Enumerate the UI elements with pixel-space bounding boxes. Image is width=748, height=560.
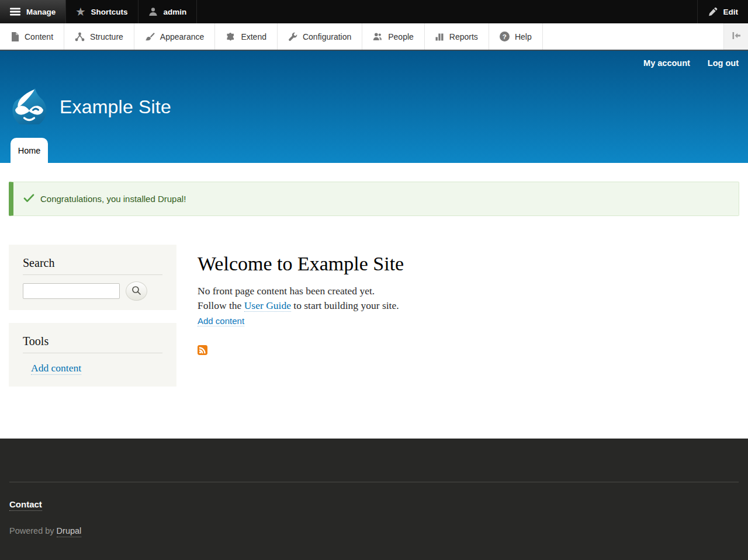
toolbar-item-manage[interactable]: Manage: [0, 0, 66, 23]
collapse-left-icon: [732, 32, 741, 41]
tray-item-configuration[interactable]: Configuration: [278, 23, 362, 50]
line1-text: No front page content has been created y…: [198, 285, 375, 297]
tray-item-label: People: [388, 32, 414, 41]
file-icon: [11, 32, 19, 41]
my-account-link[interactable]: My account: [643, 58, 690, 68]
search-submit-button[interactable]: [126, 281, 147, 301]
footer-divider: [9, 482, 739, 482]
toolbar-item-admin-user[interactable]: admin: [138, 0, 198, 23]
tab-home[interactable]: Home: [11, 138, 48, 163]
search-block: Search: [9, 245, 176, 310]
puzzle-icon: [226, 32, 236, 41]
tray-item-label: Content: [25, 32, 53, 41]
rss-icon: [198, 347, 207, 357]
powered-by: Powered by Drupal: [9, 526, 739, 535]
question-icon: ?: [500, 32, 510, 41]
sidebar-first: Search Tools Add content: [9, 245, 176, 399]
checkmark-icon: [23, 194, 34, 204]
feed-row: [198, 345, 739, 357]
admin-toolbar-tray: Content Structure Appearance Extend Conf…: [0, 23, 748, 51]
line2-after: to start building your site.: [291, 300, 399, 311]
tray-item-label: Configuration: [303, 32, 351, 41]
toolbar-item-shortcuts[interactable]: ★ Shortcuts: [66, 0, 138, 23]
admin-user-label: admin: [164, 8, 187, 16]
wrench-icon: [288, 32, 297, 41]
status-message: Congratulations, you installed Drupal!: [9, 182, 739, 216]
site-footer: Contact Powered by Drupal: [0, 439, 748, 560]
people-icon: [373, 32, 383, 41]
tray-item-label: Appearance: [160, 32, 205, 41]
shortcuts-label: Shortcuts: [91, 8, 128, 16]
magnifier-icon: [131, 285, 142, 298]
user-icon: [148, 7, 158, 16]
hamburger-icon: [10, 8, 20, 16]
status-message-text: Congratulations, you installed Drupal!: [40, 194, 186, 204]
tray-item-content[interactable]: Content: [0, 23, 64, 50]
log-out-link[interactable]: Log out: [708, 58, 739, 68]
user-guide-link[interactable]: User Guide: [244, 300, 291, 312]
page-layout: Search Tools Add content: [0, 245, 748, 399]
pencil-icon: [708, 7, 718, 17]
manage-label: Manage: [26, 8, 56, 16]
tray-item-label: Extend: [241, 32, 266, 41]
tray-item-label: Reports: [449, 32, 478, 41]
drupal-link[interactable]: Drupal: [57, 526, 82, 537]
site-name[interactable]: Example Site: [60, 96, 171, 118]
home-tab-label: Home: [18, 146, 41, 155]
sitemap-icon: [75, 32, 85, 41]
tray-item-label: Help: [515, 32, 532, 41]
tray-item-people[interactable]: People: [362, 23, 425, 50]
rss-feed-link[interactable]: [198, 345, 207, 357]
star-icon: ★: [76, 7, 85, 17]
tray-item-help[interactable]: ? Help: [489, 23, 543, 50]
tools-block-title: Tools: [23, 335, 162, 353]
secondary-menu: My account Log out: [643, 58, 739, 68]
question-glyph: ?: [500, 32, 510, 41]
druplicon-logo[interactable]: [11, 87, 48, 127]
admin-toolbar: Manage ★ Shortcuts admin Edit: [0, 0, 748, 23]
empty-frontpage-text: No front page content has been created y…: [198, 284, 739, 312]
contact-link[interactable]: Contact: [9, 499, 42, 511]
search-input[interactable]: [23, 283, 120, 299]
powered-by-text: Powered by: [9, 526, 57, 535]
page-title: Welcome to Example Site: [198, 253, 739, 275]
content-area: Welcome to Example Site No front page co…: [198, 245, 739, 357]
site-branding: Example Site: [11, 87, 171, 127]
add-content-link[interactable]: Add content: [198, 316, 244, 326]
drupal-page: Manage ★ Shortcuts admin Edit Content: [0, 0, 748, 560]
site-header: My account Log out Example S: [0, 51, 748, 163]
paintbrush-icon: [145, 32, 155, 41]
line2-before: Follow the: [198, 300, 244, 311]
edit-label: Edit: [723, 8, 739, 16]
tray-item-extend[interactable]: Extend: [215, 23, 278, 50]
tray-item-appearance[interactable]: Appearance: [134, 23, 216, 50]
barchart-icon: [435, 32, 444, 41]
search-block-title: Search: [23, 256, 162, 275]
footer-menu: Contact: [9, 499, 739, 511]
tray-item-structure[interactable]: Structure: [64, 23, 134, 50]
tools-block: Tools Add content: [9, 323, 176, 387]
tray-item-label: Structure: [90, 32, 123, 41]
toolbar-collapse-button[interactable]: [723, 23, 748, 50]
search-form: [23, 281, 162, 301]
tools-add-content-link[interactable]: Add content: [31, 362, 81, 375]
edit-button[interactable]: Edit: [697, 0, 748, 23]
main-content-region: Congratulations, you installed Drupal! S…: [0, 163, 748, 439]
tray-item-reports[interactable]: Reports: [425, 23, 489, 50]
